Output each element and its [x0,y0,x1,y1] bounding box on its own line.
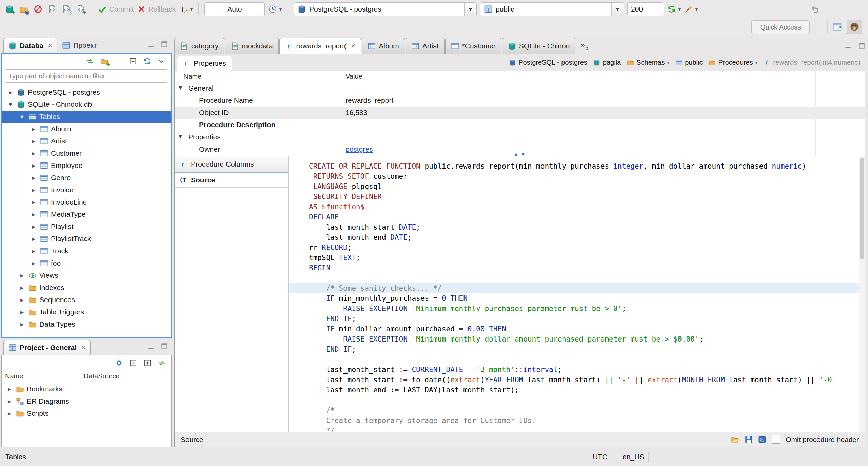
open-file-icon[interactable] [731,435,739,444]
tree-item-playlisttrack[interactable]: ▶PlaylistTrack [2,233,171,245]
expander-icon[interactable]: ▶ [30,249,37,254]
expander-icon[interactable]: ▶ [30,224,37,229]
transaction-log-button[interactable]: ▾ [268,2,282,16]
expander-icon[interactable]: ▶ [30,212,37,217]
tab-overflow-indicator[interactable]: »5 [580,40,588,51]
maximize-icon[interactable] [161,41,168,48]
column-datasource[interactable]: DataSource [84,372,120,380]
transaction-mode-button[interactable]: ▾ [179,2,193,16]
commit-mode-combo[interactable]: Auto [204,2,265,16]
property-group-properties[interactable]: ▼Properties [175,131,865,143]
editor-tab-sqlite-chinoo[interactable]: SQLite - Chinoo [502,38,575,54]
connection-selector[interactable]: PostgreSQL - postgres ▼ [294,2,477,16]
tab-projects[interactable]: Проект [57,38,101,53]
tree-item-playlist[interactable]: ▶Playlist [2,220,171,233]
tree-item-invoiceline[interactable]: ▶InvoiceLine [2,196,171,208]
tree-item-invoice[interactable]: ▶Invoice [2,184,171,196]
quick-access-input[interactable] [751,20,810,34]
status-timezone[interactable]: UTC [593,453,607,461]
minimize-icon[interactable] [147,41,155,48]
column-name[interactable]: Name [5,372,23,380]
expander-icon[interactable]: ▶ [30,163,37,168]
new-folder-button[interactable] [100,57,109,66]
new-connection-button[interactable] [4,2,15,16]
expander-icon[interactable]: ▶ [6,411,13,416]
expander-icon[interactable]: ▶ [18,297,26,303]
tree-item-customer[interactable]: ▶Customer [2,147,171,159]
maximize-icon[interactable] [858,42,865,50]
tab-properties[interactable]: Properties [177,56,232,71]
breadcrumb-rewards-report-int4-numeric[interactable]: rewards_report(int4,numeric) [764,59,860,66]
expander-icon[interactable]: ▶ [30,175,37,180]
property-row-procedure-name[interactable]: Procedure Namerewards_report [175,95,865,107]
tree-item-album[interactable]: ▶Album [2,123,171,135]
tree-item-artist[interactable]: ▶Artist [2,135,171,147]
breadcrumb-pagila[interactable]: pagila [593,59,621,66]
expander-icon[interactable]: ▶ [30,261,37,266]
refresh-button[interactable]: ▾ [667,2,681,16]
tree-item-foo[interactable]: ▶foo [2,257,171,269]
tree-item-indexes[interactable]: ▶Indexes [2,281,171,294]
splitter-down-icon[interactable]: ▼ [521,152,525,156]
maximize-icon[interactable] [161,343,168,350]
subtab-source[interactable]: Source [175,172,288,188]
minimize-icon[interactable] [147,343,155,350]
console-icon[interactable] [758,435,766,444]
tab-database-navigator[interactable]: Databa ✕ [3,38,57,53]
tree-item-sequences[interactable]: ▶Sequences [2,294,171,306]
expander-icon[interactable]: ▶ [30,188,37,193]
close-view-icon[interactable]: ✕ [81,344,85,351]
editor-tab-customer[interactable]: *Customer [445,38,501,54]
minimize-icon[interactable] [844,42,852,50]
close-tab-icon[interactable]: ✕ [351,43,355,49]
schema-selector[interactable]: public ▼ [480,2,624,16]
tree-item-track[interactable]: ▶Track [2,245,171,257]
expander-icon[interactable]: ▶ [18,322,26,327]
project-item-er-diagrams[interactable]: ▶ER Diagrams [2,395,171,407]
editor-tab-mockdata[interactable]: mockdata [225,38,279,54]
tree-item-sqlite-chinook-db[interactable]: ▼SQLite - Chinook.db [2,98,171,111]
expander-icon[interactable]: ▶ [30,236,37,241]
expander-icon[interactable]: ▼ [179,134,182,139]
source-code-editor[interactable]: CREATE OR REPLACE FUNCTION public.reward… [289,156,865,432]
collapse-all-icon[interactable] [129,359,137,367]
expander-icon[interactable]: ▶ [6,399,13,404]
tree-item-postgresql-postgres[interactable]: ▶PostgreSQL - postgres [2,86,171,98]
sql-editor-button[interactable] [47,2,58,16]
view-menu-chevron-icon[interactable] [157,57,165,65]
tree-item-genre[interactable]: ▶Genre [2,172,171,184]
breadcrumb-procedures[interactable]: Procedures▾ [709,59,757,66]
recent-sql-editor-button[interactable] [61,2,72,16]
settings-gear-icon[interactable] [115,359,123,367]
save-icon[interactable] [745,435,753,444]
expander-icon[interactable]: ▶ [7,90,14,95]
property-row-procedure-description[interactable]: Procedure Description [175,119,865,131]
database-tree[interactable]: ▶PostgreSQL - postgres▼SQLite - Chinook.… [2,85,171,337]
expand-all-icon[interactable] [143,359,152,367]
editor-tab-category[interactable]: category [174,38,224,54]
property-row-object-id[interactable]: Object ID16,583 [175,107,865,119]
splitter-up-icon[interactable]: ▲ [514,152,517,156]
scrollbar-thumb[interactable] [860,158,864,259]
dbeaver-perspective-button[interactable] [847,20,862,34]
expander-icon[interactable]: ▶ [6,387,13,392]
omit-header-label[interactable]: Omit procedure header [786,435,859,444]
tree-item-views[interactable]: ▶Views [2,269,171,281]
tree-item-data-types[interactable]: ▶Data Types [2,318,171,330]
property-group-general[interactable]: ▼General [175,82,865,95]
refresh-sync-icon[interactable] [143,57,151,65]
rollback-button[interactable]: Rollback [137,2,176,16]
expander-icon[interactable]: ▶ [30,127,37,132]
expander-icon[interactable]: ▶ [30,200,37,205]
new-connection-folder-button[interactable] [18,2,29,16]
expander-icon[interactable]: ▼ [18,114,26,119]
tree-item-table-triggers[interactable]: ▶Table Triggers [2,306,171,318]
dropdown-arrow-icon[interactable]: ▾ [667,60,670,65]
tree-item-employee[interactable]: ▶Employee [2,159,171,172]
fetch-size-input[interactable] [627,2,664,16]
expander-icon[interactable]: ▼ [179,85,182,90]
project-item-scripts[interactable]: ▶Scripts [2,407,171,420]
dropdown-arrow-icon[interactable]: ▼ [464,3,476,16]
back-button[interactable] [810,2,821,16]
commit-button[interactable]: Commit [98,2,134,16]
